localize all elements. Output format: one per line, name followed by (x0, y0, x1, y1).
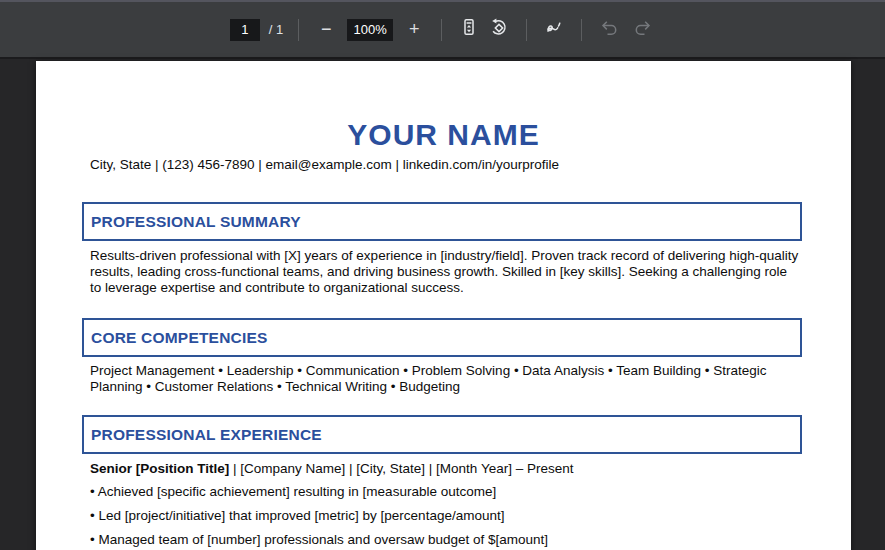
redo-button[interactable] (631, 17, 655, 43)
zoom-out-button[interactable]: − (314, 17, 338, 43)
section-box-professional-experience: PROFESSIONAL EXPERIENCE (82, 415, 802, 454)
competencies-list: Project Management • Leadership • Commun… (90, 363, 802, 395)
resume-contact-line: City, State | (123) 456-7890 | email@exa… (90, 157, 802, 173)
section-box-core-competencies: CORE COMPETENCIES (82, 318, 802, 357)
resume-name-heading: YOUR NAME (36, 61, 851, 153)
page-number-input[interactable]: 1 (230, 19, 260, 41)
experience-bullet: • Achieved [specific achievement] result… (90, 484, 802, 500)
toolbar-divider (581, 19, 582, 41)
zoom-in-button[interactable]: + (402, 17, 426, 43)
document-page: YOUR NAME City, State | (123) 456-7890 |… (36, 61, 851, 550)
rotate-counterclockwise-icon (489, 17, 509, 42)
rotate-counterclockwise-button[interactable] (487, 17, 511, 43)
experience-bullet: • Managed team of [number] professionals… (90, 532, 802, 548)
undo-icon (599, 17, 619, 42)
pdf-toolbar: 1 / 1 − 100% + (0, 0, 885, 59)
section-heading-professional-experience: PROFESSIONAL EXPERIENCE (91, 426, 800, 443)
section-box-professional-summary: PROFESSIONAL SUMMARY (82, 202, 802, 241)
redo-icon (633, 17, 653, 42)
fit-to-page-icon (459, 17, 479, 42)
undo-button[interactable] (597, 17, 621, 43)
annotate-pen-icon (544, 17, 564, 42)
toolbar-divider (298, 19, 299, 41)
annotate-button[interactable] (542, 17, 566, 43)
page-count-label: / 1 (269, 22, 283, 37)
zoom-level-display: 100% (347, 19, 393, 41)
pdf-viewer: { "toolbar": { "page_current": "1", "pag… (0, 0, 885, 550)
section-heading-professional-summary: PROFESSIONAL SUMMARY (91, 213, 800, 230)
toolbar-divider (526, 19, 527, 41)
section-heading-core-competencies: CORE COMPETENCIES (91, 329, 800, 346)
experience-bullet: • Led [project/initiative] that improved… (90, 508, 802, 524)
toolbar-divider (441, 19, 442, 41)
summary-paragraph: Results-driven professional with [X] yea… (90, 248, 802, 296)
job-title-line: Senior [Position Title] | [Company Name]… (90, 461, 802, 477)
job-title-rest: | [Company Name] | [City, State] | [Mont… (229, 461, 573, 476)
job-title-bold: Senior [Position Title] (90, 461, 229, 476)
fit-to-page-button[interactable] (457, 17, 481, 43)
